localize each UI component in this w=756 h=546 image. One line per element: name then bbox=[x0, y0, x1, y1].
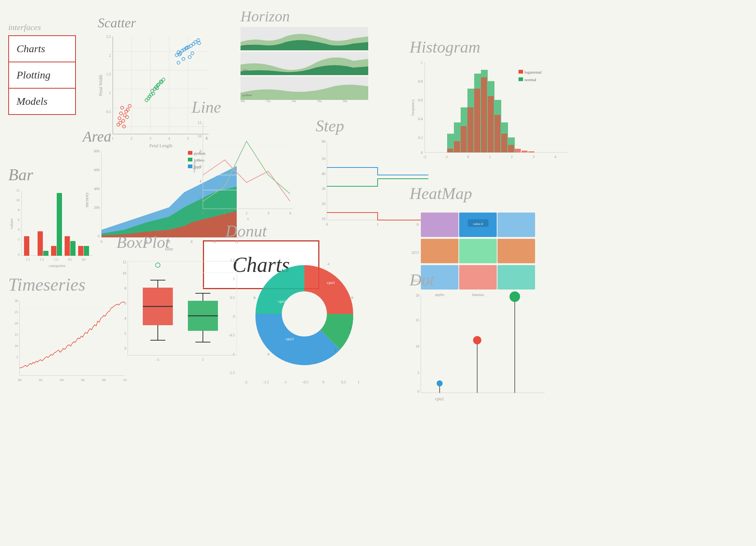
bar-title: Bar bbox=[8, 165, 95, 184]
svg-text:0: 0 bbox=[421, 151, 423, 155]
horizon-chart: python jnby python 50s 52s 54s 56s 58s bbox=[240, 27, 368, 102]
svg-text:-1: -1 bbox=[445, 155, 448, 159]
svg-text:-1: -1 bbox=[284, 380, 287, 384]
svg-text:25: 25 bbox=[15, 310, 18, 314]
svg-text:4: 4 bbox=[124, 316, 126, 320]
histogram-title: Histogram bbox=[410, 38, 575, 57]
svg-rect-278 bbox=[454, 141, 460, 152]
svg-rect-288 bbox=[522, 151, 528, 152]
svg-rect-290 bbox=[519, 70, 523, 74]
svg-text:jnby: jnby bbox=[242, 68, 249, 72]
svg-text:1: 1 bbox=[358, 380, 360, 384]
svg-text:Petal Width: Petal Width bbox=[98, 75, 103, 96]
svg-rect-301 bbox=[497, 213, 535, 237]
svg-text:1: 1 bbox=[109, 91, 111, 95]
svg-text:4: 4 bbox=[200, 179, 201, 183]
svg-text:lognormal: lognormal bbox=[525, 70, 541, 74]
svg-point-69 bbox=[198, 42, 201, 45]
svg-text:400: 400 bbox=[94, 187, 100, 191]
svg-text:2: 2 bbox=[18, 237, 20, 241]
histogram-section: Histogram 1 0.8 0.6 0.4 0.2 0 -2 -1 0 1 … bbox=[410, 38, 575, 173]
svg-point-68 bbox=[197, 39, 200, 42]
svg-point-66 bbox=[177, 61, 180, 64]
svg-rect-287 bbox=[515, 149, 521, 152]
svg-text:-2: -2 bbox=[267, 352, 270, 356]
svg-text:1: 1 bbox=[489, 155, 491, 159]
svg-text:30: 30 bbox=[15, 299, 18, 303]
svg-text:'10: '10 bbox=[123, 378, 127, 382]
svg-text:6: 6 bbox=[18, 218, 20, 222]
svg-text:2: 2 bbox=[124, 331, 126, 335]
svg-text:0: 0 bbox=[124, 346, 126, 350]
sidebar-item-charts[interactable]: Charts bbox=[9, 36, 75, 62]
svg-point-30 bbox=[119, 112, 122, 115]
svg-text:cpu3: cpu3 bbox=[286, 336, 294, 341]
svg-text:10: 10 bbox=[322, 217, 325, 221]
svg-text:200: 200 bbox=[94, 205, 100, 210]
svg-text:8: 8 bbox=[200, 149, 201, 153]
bar-section: Bar 12 10 8 6 4 2 0 C1 bbox=[8, 165, 95, 270]
svg-text:0.2: 0.2 bbox=[418, 136, 423, 140]
svg-text:0: 0 bbox=[202, 211, 204, 215]
svg-text:2: 2 bbox=[511, 155, 513, 159]
svg-point-65 bbox=[182, 57, 185, 60]
svg-text:1.5: 1.5 bbox=[230, 258, 235, 262]
svg-text:0: 0 bbox=[254, 296, 256, 300]
svg-text:50: 50 bbox=[322, 157, 325, 161]
svg-text:20: 20 bbox=[322, 202, 325, 206]
svg-rect-111 bbox=[51, 246, 56, 256]
sidebar-label: interfaces bbox=[8, 23, 76, 32]
svg-rect-109 bbox=[38, 231, 43, 256]
svg-text:0.5: 0.5 bbox=[341, 380, 346, 384]
svg-text:-0.5: -0.5 bbox=[229, 333, 235, 337]
dot-section: Dot 20 15 10 5 0 cpu1 bbox=[410, 270, 552, 413]
svg-rect-280 bbox=[467, 107, 473, 152]
svg-text:1: 1 bbox=[224, 211, 226, 215]
svg-text:5: 5 bbox=[417, 371, 419, 375]
svg-text:-2: -2 bbox=[423, 155, 426, 159]
svg-text:'00: '00 bbox=[18, 378, 22, 382]
svg-rect-279 bbox=[461, 126, 467, 152]
svg-text:0: 0 bbox=[322, 380, 324, 384]
sidebar-item-models[interactable]: Models bbox=[9, 89, 75, 114]
svg-text:python: python bbox=[242, 93, 252, 97]
svg-text:15: 15 bbox=[416, 318, 419, 322]
svg-point-64 bbox=[188, 56, 191, 59]
svg-text:values: values bbox=[9, 219, 14, 229]
svg-text:frequency: frequency bbox=[410, 99, 415, 116]
svg-text:C3: C3 bbox=[54, 258, 58, 261]
sidebar-item-plotting[interactable]: Plotting bbox=[9, 62, 75, 89]
svg-rect-107 bbox=[24, 236, 29, 256]
dot-title: Dot bbox=[410, 270, 552, 290]
svg-rect-284 bbox=[494, 115, 500, 152]
svg-text:0: 0 bbox=[101, 240, 103, 244]
svg-rect-116 bbox=[84, 246, 89, 256]
svg-text:8: 8 bbox=[18, 208, 20, 212]
svg-text:-1: -1 bbox=[156, 357, 159, 362]
svg-text:values: values bbox=[192, 162, 196, 173]
svg-rect-114 bbox=[70, 241, 76, 256]
horizon-section: Horizon python jnby python 50s 52s 54s 5… bbox=[240, 8, 368, 104]
svg-rect-283 bbox=[488, 96, 494, 152]
svg-rect-297 bbox=[421, 213, 458, 237]
svg-text:8: 8 bbox=[124, 286, 126, 290]
svg-point-34 bbox=[117, 123, 120, 126]
svg-point-67 bbox=[191, 52, 194, 55]
boxplot-title: BoxPlot bbox=[116, 233, 244, 252]
svg-text:1: 1 bbox=[202, 357, 204, 362]
svg-point-26 bbox=[119, 121, 122, 124]
svg-text:cpu1: cpu1 bbox=[327, 280, 335, 285]
svg-point-40 bbox=[157, 83, 160, 86]
svg-text:1: 1 bbox=[377, 222, 379, 226]
svg-text:1: 1 bbox=[233, 277, 235, 281]
svg-text:python: python bbox=[242, 44, 252, 47]
svg-text:value:4: value:4 bbox=[473, 222, 483, 226]
svg-text:0: 0 bbox=[467, 155, 469, 159]
svg-text:10: 10 bbox=[16, 198, 20, 202]
svg-rect-285 bbox=[501, 134, 507, 152]
sidebar-box: Charts Plotting Models bbox=[8, 35, 76, 115]
svg-text:30: 30 bbox=[322, 187, 325, 191]
svg-text:-1.5: -1.5 bbox=[263, 380, 269, 384]
svg-text:-0.5: -0.5 bbox=[302, 380, 308, 384]
svg-text:600: 600 bbox=[94, 168, 100, 172]
